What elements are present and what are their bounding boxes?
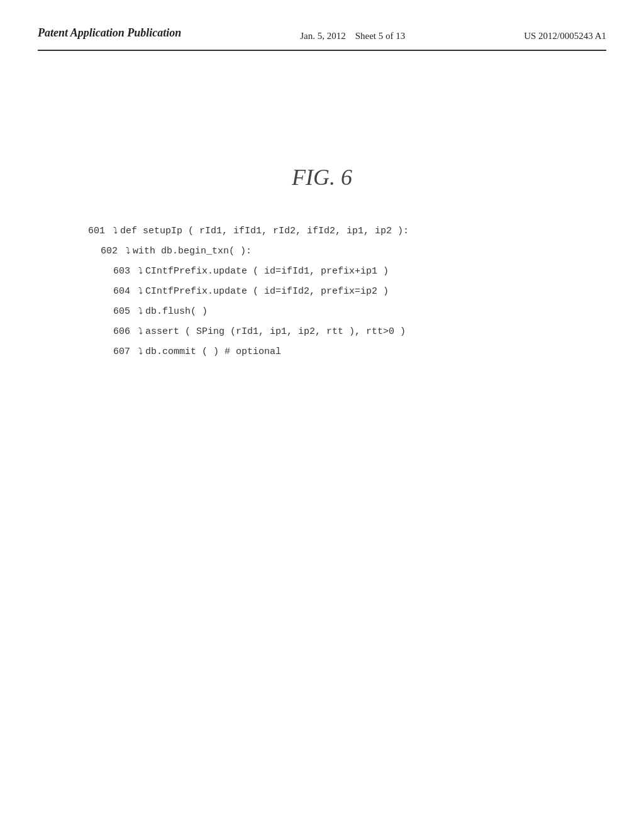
figure-title: FIG. 6 <box>38 164 606 191</box>
arrow-603: ⤵ <box>138 262 143 280</box>
code-line-606: 606 ⤵ assert ( SPing (rId1, ip1, ip2, rt… <box>113 323 606 341</box>
code-text-607: db.commit ( ) # optional <box>145 343 281 362</box>
figure-title-text: FIG. 6 <box>292 165 352 190</box>
patent-number: US 2012/0005243 A1 <box>524 31 606 41</box>
arrow-605: ⤵ <box>138 302 143 320</box>
arrow-607: ⤵ <box>138 343 143 360</box>
code-text-602: with db.begin_txn( ): <box>133 242 252 261</box>
code-section: 601 ⤵ def setupIp ( rId1, ifId1, rId2, i… <box>88 222 606 362</box>
arrow-606: ⤵ <box>138 323 143 340</box>
code-line-601: 601 ⤵ def setupIp ( rId1, ifId1, rId2, i… <box>88 222 606 241</box>
code-text-604: CIntfPrefix.update ( id=ifId2, prefix=ip… <box>145 282 389 301</box>
code-line-602: 602 ⤵ with db.begin_txn( ): <box>101 242 606 261</box>
arrow-604: ⤵ <box>138 282 143 300</box>
code-text-601: def setupIp ( rId1, ifId1, rId2, ifId2, … <box>120 222 409 241</box>
line-number-605: 605 <box>113 302 138 321</box>
publication-date: Jan. 5, 2012 <box>300 31 346 41</box>
header-right: US 2012/0005243 A1 <box>524 25 606 43</box>
page: Patent Application Publication Jan. 5, 2… <box>0 0 644 830</box>
line-number-604: 604 <box>113 282 138 301</box>
arrow-602: ⤵ <box>126 242 130 260</box>
sheet-info: Sheet 5 of 13 <box>355 31 406 41</box>
header-left: Patent Application Publication <box>38 25 181 41</box>
code-text-606: assert ( SPing (rId1, ip1, ip2, rtt ), r… <box>145 323 406 341</box>
code-text-603: CIntfPrefix.update ( id=ifId1, prefix+ip… <box>145 262 389 281</box>
line-number-606: 606 <box>113 323 138 341</box>
line-number-601: 601 <box>88 222 113 241</box>
code-line-604: 604 ⤵ CIntfPrefix.update ( id=ifId2, pre… <box>113 282 606 301</box>
header: Patent Application Publication Jan. 5, 2… <box>38 25 606 51</box>
line-number-607: 607 <box>113 343 138 362</box>
code-line-603: 603 ⤵ CIntfPrefix.update ( id=ifId1, pre… <box>113 262 606 281</box>
code-line-607: 607 ⤵ db.commit ( ) # optional <box>113 343 606 362</box>
code-line-605: 605 ⤵ db.flush( ) <box>113 302 606 321</box>
code-text-605: db.flush( ) <box>145 302 208 321</box>
arrow-601: ⤵ <box>113 222 118 240</box>
header-center: Jan. 5, 2012 Sheet 5 of 13 <box>300 25 405 43</box>
patent-application-publication-label: Patent Application Publication <box>38 26 181 39</box>
line-number-602: 602 <box>101 242 126 261</box>
line-number-603: 603 <box>113 262 138 281</box>
